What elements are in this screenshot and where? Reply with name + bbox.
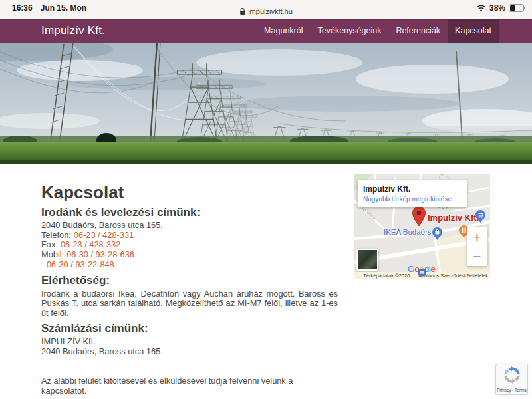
battery-icon bbox=[509, 4, 524, 12]
map-data-text: Térképadatok ©2020 bbox=[363, 273, 410, 279]
nav-item-magunkrol[interactable]: Magunkról bbox=[257, 19, 310, 43]
url-text: impulzivkft.hu bbox=[248, 7, 293, 15]
map-larger-link[interactable]: Nagyobb térkép megtekintése bbox=[363, 196, 462, 203]
recaptcha-badge[interactable]: Privacy - Terms bbox=[495, 364, 528, 395]
availability-text: Irodánk a budaörsi Ikea, Decathlon vagy … bbox=[41, 289, 338, 319]
billing-lines: IMPULZÍV Kft. 2040 Budaörs, Baross utca … bbox=[41, 337, 338, 356]
google-map[interactable]: Ösztörös u. Liget u. Ifjúság u. Impulzív… bbox=[354, 174, 490, 279]
satellite-thumbnail bbox=[358, 250, 377, 269]
mobile-line-2: 06-30 / 93-22-848 bbox=[41, 260, 338, 270]
mobile-link-1[interactable]: 06-30 / 93-28-636 bbox=[66, 249, 134, 259]
site-header: Impulzív Kft. Magunkról Tevékenységeink … bbox=[0, 19, 532, 43]
map-zoom-control: + − bbox=[467, 227, 487, 266]
nav-item-kapcsolat[interactable]: Kapcsolat bbox=[448, 19, 499, 43]
status-right: 38% bbox=[476, 3, 524, 13]
address-bar[interactable]: impulzivkft.hu bbox=[239, 7, 293, 15]
form-intro: Az alábbi felület kitöltésével és elküld… bbox=[41, 376, 338, 396]
office-address: 2040 Budaörs, Baross utca 165. bbox=[41, 221, 338, 231]
fax-line: Fax:06-23 / 428-332 bbox=[41, 240, 338, 250]
nav-item-tevekenysegeink[interactable]: Tevékenységeink bbox=[310, 19, 388, 43]
phone-link[interactable]: 06-23 / 428-331 bbox=[74, 230, 134, 240]
status-left: 16:36 Jun 15. Mon bbox=[12, 3, 86, 13]
availability-heading: Elérhetőség: bbox=[41, 274, 338, 287]
status-date: Jun 15. Mon bbox=[41, 3, 86, 13]
fax-link[interactable]: 06-23 / 428-332 bbox=[61, 239, 120, 249]
clock: 16:36 bbox=[12, 3, 33, 13]
phone-line: Telefon:06-23 / 428-331 bbox=[41, 231, 338, 241]
main-content: Kapcsolat Irodánk és levelezési címünk: … bbox=[41, 182, 338, 399]
mobile-link-2[interactable]: 06-30 / 93-22-848 bbox=[47, 259, 114, 269]
billing-address: 2040 Budaörs, Baross utca 165. bbox=[41, 347, 338, 357]
zoom-in-button[interactable]: + bbox=[467, 227, 487, 247]
fax-label: Fax: bbox=[41, 239, 58, 249]
hero-image bbox=[0, 43, 532, 164]
nav-item-referenciak[interactable]: Referenciák bbox=[388, 19, 448, 43]
contact-lines: 2040 Budaörs, Baross utca 165. Telefon:0… bbox=[41, 221, 338, 270]
battery-percent: 38% bbox=[489, 3, 505, 13]
recaptcha-icon bbox=[503, 366, 521, 384]
mobile-label: Mobil: bbox=[41, 249, 64, 259]
page-title: Kapcsolat bbox=[41, 182, 338, 202]
satellite-toggle[interactable] bbox=[356, 249, 378, 271]
shopping-pin-icon[interactable] bbox=[432, 227, 443, 241]
billing-name: IMPULZÍV Kft. bbox=[41, 337, 338, 347]
lock-icon bbox=[239, 8, 245, 15]
wifi-icon bbox=[476, 5, 486, 12]
office-heading: Irodánk és levelezési címünk: bbox=[41, 206, 338, 219]
mobile-line: Mobil:06-30 / 93-28-636 bbox=[41, 250, 338, 260]
map-marker-icon[interactable] bbox=[412, 206, 426, 227]
zoom-out-button[interactable]: − bbox=[467, 247, 487, 267]
screen: 16:36 Jun 15. Mon impulzivkft.hu 38% Imp… bbox=[0, 0, 532, 399]
site-logo[interactable]: Impulzív Kft. bbox=[41, 24, 105, 37]
status-bar: 16:36 Jun 15. Mon impulzivkft.hu 38% bbox=[0, 0, 532, 19]
map-terms-link[interactable]: Általános Szerződési Feltételek bbox=[418, 273, 488, 279]
main-nav: Magunkról Tevékenységeink Referenciák Ka… bbox=[257, 19, 499, 43]
map-info-title: Impulzív Kft. bbox=[363, 184, 462, 194]
billing-heading: Számlázási címünk: bbox=[41, 322, 338, 335]
phone-label: Telefon: bbox=[41, 230, 71, 240]
recaptcha-privacy-terms[interactable]: Privacy - Terms bbox=[496, 388, 527, 392]
map-marker-label: Impulzív Kft. bbox=[428, 213, 479, 223]
map-info-window: Impulzív Kft. Nagyobb térkép megtekintés… bbox=[358, 180, 467, 207]
poi-ikea-label[interactable]: IKEA Budaörs bbox=[384, 228, 432, 236]
motorway-badge: M bbox=[418, 269, 426, 276]
